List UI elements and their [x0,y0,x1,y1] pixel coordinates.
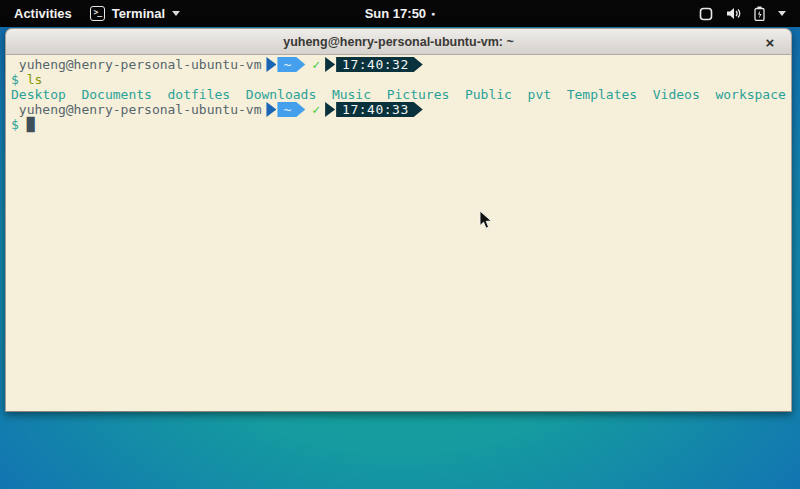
clock-button[interactable]: Sun 17:50 [365,6,426,21]
prompt-time: 17:40:33 [336,102,423,117]
path-segment: ~ [266,57,305,72]
chevron-down-icon [778,11,786,16]
prompt-user: yuheng@henry-personal-ubuntu-vm [11,57,261,72]
chevron-down-icon [172,11,180,16]
input-line[interactable]: $ █ [11,117,791,132]
powerline-arrow-icon [266,57,276,72]
status-check-icon: ✓ [312,57,320,72]
top-bar-left: Activities >_ Terminal [0,6,180,21]
prompt-path: ~ [277,102,305,117]
status-check-icon: ✓ [312,102,320,117]
app-menu-terminal[interactable]: >_ Terminal [90,6,180,21]
command-text: ls [27,72,43,87]
powerline-arrow-icon [266,102,276,117]
path-segment: ~ [266,102,305,117]
listing-output: Desktop Documents dotfiles Downloads Mus… [11,87,791,102]
mouse-pointer-icon [479,210,493,230]
speaker-icon [726,7,741,20]
time-segment: 17:40:32 [325,57,423,72]
prompt-user: yuheng@henry-personal-ubuntu-vm [11,102,261,117]
close-button[interactable]: × [759,29,781,56]
prompt-symbol: $ [11,72,27,87]
notification-dot-icon: ● [431,0,435,27]
directory-list: Desktop Documents dotfiles Downloads Mus… [11,87,786,102]
prompt-line: yuheng@henry-personal-ubuntu-vm ~ ✓ 17:4… [11,57,791,72]
prompt-path: ~ [277,57,305,72]
time-segment: 17:40:33 [325,102,423,117]
activities-button[interactable]: Activities [10,6,76,21]
top-bar: Activities >_ Terminal Sun 17:50 ● [0,0,800,27]
powerline-arrow-icon [325,102,335,117]
text-cursor: █ [27,117,35,132]
prompt-symbol: $ [11,117,27,132]
prompt-line: yuheng@henry-personal-ubuntu-vm ~ ✓ 17:4… [11,102,791,117]
window-titlebar[interactable]: yuheng@henry-personal-ubuntu-vm: ~ × [5,28,792,55]
powerline-arrow-icon [325,57,335,72]
screen-icon [699,7,713,21]
terminal-screen[interactable]: yuheng@henry-personal-ubuntu-vm ~ ✓ 17:4… [5,55,792,412]
system-status-area[interactable] [699,0,800,27]
window-title: yuheng@henry-personal-ubuntu-vm: ~ [283,35,514,49]
battery-charging-icon [754,6,765,21]
command-line: $ ls [11,72,791,87]
terminal-icon: >_ [90,6,105,21]
prompt-time: 17:40:32 [336,57,423,72]
app-menu-label: Terminal [112,6,165,21]
terminal-window: yuheng@henry-personal-ubuntu-vm: ~ × yuh… [5,28,792,412]
